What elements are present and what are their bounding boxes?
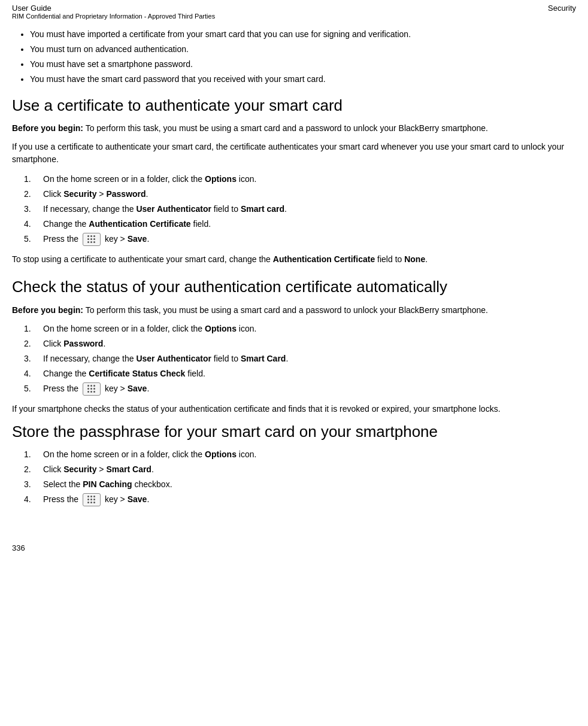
- page-number: 336: [12, 543, 25, 552]
- step-3-2: 2. Click Security > Smart Card.: [12, 463, 576, 476]
- step-2-3: 3. If necessary, change the User Authent…: [12, 353, 576, 365]
- page-footer: 336: [0, 537, 588, 558]
- step-2-4: 4. Change the Certificate Status Check f…: [12, 367, 576, 380]
- before-you-begin-label: Before you begin:: [12, 123, 83, 133]
- menu-key-icon: [83, 233, 101, 246]
- menu-key-icon-2: [83, 382, 101, 396]
- step-1-1: 1. On the home screen or in a folder, cl…: [12, 173, 576, 186]
- step-2-1: 1. On the home screen or in a folder, cl…: [12, 323, 576, 335]
- section-1-stop: To stop using a certificate to authentic…: [12, 253, 576, 266]
- step-1-5: 5. Press the key > Save.: [12, 233, 576, 246]
- section-1-body: If you use a certificate to authenticate…: [12, 141, 576, 166]
- intro-bullet-list: You must have imported a certificate fro…: [30, 28, 576, 86]
- step-3-4: 4. Press the key > Save.: [12, 493, 576, 506]
- section-1-steps: 1. On the home screen or in a folder, cl…: [12, 173, 576, 246]
- before-you-begin-label-2: Before you begin:: [12, 305, 83, 315]
- section-2-before: Before you begin: To perform this task, …: [12, 304, 576, 317]
- section-1-heading: Use a certificate to authenticate your s…: [12, 96, 576, 115]
- bullet-item-1: You must have imported a certificate fro…: [30, 28, 576, 41]
- section-3-heading: Store the passphrase for your smart card…: [12, 423, 576, 441]
- bullet-item-3: You must have set a smartphone password.: [30, 58, 576, 71]
- header-section: Security: [548, 4, 576, 13]
- header-title: User Guide: [12, 4, 215, 13]
- menu-key-icon-3: [83, 493, 101, 506]
- step-1-2: 2. Click Security > Password.: [12, 188, 576, 201]
- page-header: User Guide RIM Confidential and Propriet…: [0, 0, 588, 23]
- step-2-2: 2. Click Password.: [12, 338, 576, 350]
- step-3-1: 1. On the home screen or in a folder, cl…: [12, 448, 576, 461]
- bullet-item-2: You must turn on advanced authentication…: [30, 43, 576, 56]
- step-1-3: 3. If necessary, change the User Authent…: [12, 203, 576, 215]
- section-3-steps: 1. On the home screen or in a folder, cl…: [12, 448, 576, 506]
- step-1-4: 4. Change the Authentication Certificate…: [12, 218, 576, 230]
- section-2-heading: Check the status of your authentication …: [12, 278, 576, 296]
- section-1: Use a certificate to authenticate your s…: [12, 96, 576, 266]
- section-2: Check the status of your authentication …: [12, 278, 576, 415]
- header-subtitle: RIM Confidential and Proprietary Informa…: [12, 13, 215, 20]
- section-2-steps: 1. On the home screen or in a folder, cl…: [12, 323, 576, 396]
- bullet-item-4: You must have the smart card password th…: [30, 73, 576, 86]
- step-2-5: 5. Press the key > Save.: [12, 382, 576, 396]
- header-left: User Guide RIM Confidential and Propriet…: [12, 4, 215, 20]
- step-3-3: 3. Select the PIN Caching checkbox.: [12, 478, 576, 491]
- section-3: Store the passphrase for your smart card…: [12, 423, 576, 506]
- page-content: You must have imported a certificate fro…: [0, 23, 588, 525]
- section-1-before: Before you begin: To perform this task, …: [12, 122, 576, 135]
- section-2-stop: If your smartphone checks the status of …: [12, 403, 576, 415]
